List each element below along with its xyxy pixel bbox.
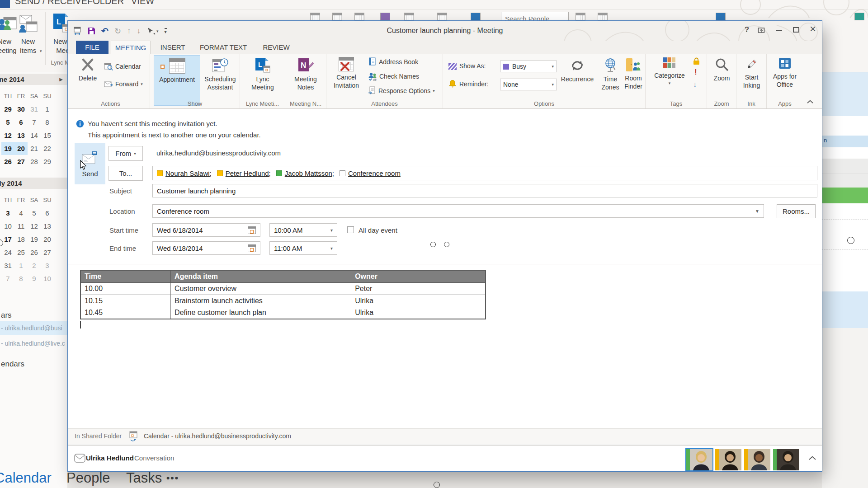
date-cell[interactable]: 1 — [14, 259, 28, 272]
lync-meeting-button[interactable]: L Lync Meeting — [244, 57, 281, 91]
date-cell[interactable]: 13 — [41, 220, 54, 233]
date-cell[interactable]: 6 — [14, 116, 28, 129]
collapse-chevron-icon[interactable] — [808, 455, 816, 460]
date-picker-icon[interactable] — [248, 244, 256, 252]
date-cell[interactable]: 12 — [28, 220, 41, 233]
date-cell[interactable]: 8 — [14, 272, 28, 285]
agenda-cell[interactable]: Brainstorm launch activities — [171, 295, 351, 307]
date-cell[interactable]: 10 — [41, 272, 54, 285]
date-cell[interactable]: 6 — [41, 206, 54, 220]
date-cell[interactable]: 7 — [28, 116, 41, 129]
date-cell[interactable]: 30 — [14, 103, 28, 116]
show-as-combo[interactable]: Busy ▾ — [500, 61, 557, 72]
date-cell[interactable]: 18 — [14, 233, 28, 246]
low-importance-icon[interactable]: ↓ — [693, 80, 697, 89]
private-lock-icon[interactable] — [693, 57, 700, 65]
attendee-chip[interactable]: Jacob Mattsson; — [276, 169, 334, 177]
to-field[interactable]: Nourah Salawi;Peter Hedlund;Jacob Mattss… — [152, 166, 817, 180]
nav-tasks[interactable]: Tasks — [126, 470, 162, 486]
tab-folder[interactable]: FOLDER — [87, 0, 124, 6]
attendee-name[interactable]: Peter Hedlund; — [226, 169, 271, 177]
date-cell[interactable]: 27 — [41, 246, 54, 259]
pin-ribbon-icon[interactable] — [758, 27, 765, 34]
date-cell[interactable]: 15 — [41, 129, 54, 142]
date-cell[interactable]: 21 — [28, 142, 41, 155]
categorize-button[interactable]: Categorize ▾ — [650, 57, 689, 86]
date-cell[interactable]: 3 — [1, 206, 14, 220]
agenda-cell[interactable]: Define customer launch plan — [171, 307, 351, 319]
date-cell[interactable]: 5 — [28, 206, 41, 220]
attendee-photo[interactable] — [744, 449, 770, 470]
rooms-button[interactable]: Rooms... — [777, 204, 816, 218]
check-names-button[interactable]: @ Check Names — [368, 72, 419, 81]
month-header[interactable]: July 2014 — [0, 178, 67, 189]
date-cell[interactable]: 25 — [14, 246, 28, 259]
tab-meeting[interactable]: MEETING — [111, 41, 151, 54]
attendee-photo[interactable] — [686, 449, 712, 470]
dropdown-arrow-icon[interactable]: ▼ — [755, 209, 760, 214]
date-cell[interactable]: 26 — [28, 246, 41, 259]
date-cell[interactable]: 7 — [1, 272, 14, 285]
date-cell[interactable]: 9 — [28, 272, 41, 285]
all-day-checkbox[interactable] — [347, 226, 354, 233]
close-icon[interactable]: × — [810, 23, 816, 34]
date-cell[interactable]: 22 — [41, 142, 54, 155]
conversation-label[interactable]: Conversation — [134, 454, 174, 462]
from-button[interactable]: From▾ — [108, 146, 143, 161]
appointment-fragment[interactable]: n — [822, 136, 868, 147]
agenda-cell[interactable]: 10.45 — [80, 307, 171, 319]
date-cell[interactable]: 5 — [1, 116, 14, 129]
send-button[interactable]: Send — [75, 143, 105, 184]
attendee-chip[interactable]: Nourah Salawi; — [157, 169, 212, 177]
tab-format-text[interactable]: FORMAT TEXT — [195, 41, 252, 54]
end-date-field[interactable]: Wed 6/18/2014 — [152, 241, 260, 255]
forward-button[interactable]: Forward▾ — [104, 80, 143, 88]
start-inking-button[interactable]: Start Inking — [740, 57, 764, 89]
nav-people[interactable]: People — [66, 470, 110, 486]
attendee-chip[interactable]: Peter Hedlund; — [217, 169, 271, 177]
tab-insert[interactable]: INSERT — [157, 41, 189, 54]
minimize-icon[interactable] — [776, 30, 782, 31]
room-finder-button[interactable]: Room Finder — [622, 58, 645, 90]
date-cell[interactable]: 20 — [41, 233, 54, 246]
appointment-button[interactable]: Appointment — [154, 55, 200, 106]
response-options-button[interactable]: Response Options▾ — [368, 86, 435, 95]
attendee-photo[interactable] — [715, 449, 741, 470]
attendee-photo[interactable] — [773, 449, 799, 470]
date-cell[interactable]: 8 — [41, 116, 54, 129]
apps-for-office-button[interactable]: Apps for Office — [772, 57, 798, 89]
date-cell[interactable]: 1 — [41, 103, 54, 116]
shared-calendars-label[interactable]: endars — [1, 360, 24, 369]
date-cell[interactable]: 26 — [1, 155, 14, 168]
tab-view[interactable]: VIEW — [131, 0, 154, 6]
time-zones-button[interactable]: Time Zones — [599, 58, 622, 91]
start-time-field[interactable]: 10:00 AM▾ — [269, 223, 337, 237]
attendee-name[interactable]: Jacob Mattsson; — [285, 169, 334, 177]
date-cell[interactable]: 10 — [1, 220, 14, 233]
to-button[interactable]: To... — [108, 166, 143, 181]
attendee-name[interactable]: Conference room — [348, 169, 401, 177]
new-items-button[interactable]: New Items — [14, 37, 42, 56]
date-cell[interactable]: 29 — [41, 155, 54, 168]
date-cell[interactable]: 31 — [28, 103, 41, 116]
dropdown-arrow-icon[interactable]: ▾ — [330, 246, 333, 251]
dropdown-arrow-icon[interactable]: ▾ — [330, 228, 333, 233]
date-cell[interactable]: 19 — [28, 233, 41, 246]
date-cell[interactable]: 11 — [14, 220, 28, 233]
help-icon[interactable]: ? — [741, 25, 752, 34]
date-cell[interactable]: 2 — [28, 259, 41, 272]
start-date-field[interactable]: Wed 6/18/2014 — [152, 223, 260, 237]
meeting-notes-button[interactable]: N Meeting Notes — [288, 57, 323, 91]
agenda-cell[interactable]: 10.00 — [80, 282, 171, 295]
folder-path[interactable]: Calendar - ulrika.hedlund@businessproduc… — [144, 432, 291, 440]
calendar-account-item[interactable]: - ulrika.hedlund@live.c — [0, 336, 67, 350]
agenda-cell[interactable]: 10.15 — [80, 295, 171, 307]
date-cell[interactable]: 20 — [14, 142, 28, 155]
zoom-button[interactable]: Zoom — [710, 57, 734, 82]
title-bar[interactable]: ↶ ↻ ↑ ↓ ▾ ▾ Customer launch planning - M… — [68, 21, 822, 41]
tab-send-receive[interactable]: SEND / RECEIVE — [15, 0, 87, 6]
maximize-icon[interactable] — [793, 27, 799, 33]
address-book-button[interactable]: Address Book — [368, 57, 418, 66]
nav-more[interactable]: ••• — [166, 473, 179, 483]
calendar-account-item[interactable]: - ulrika.hedlund@busi — [0, 321, 67, 335]
